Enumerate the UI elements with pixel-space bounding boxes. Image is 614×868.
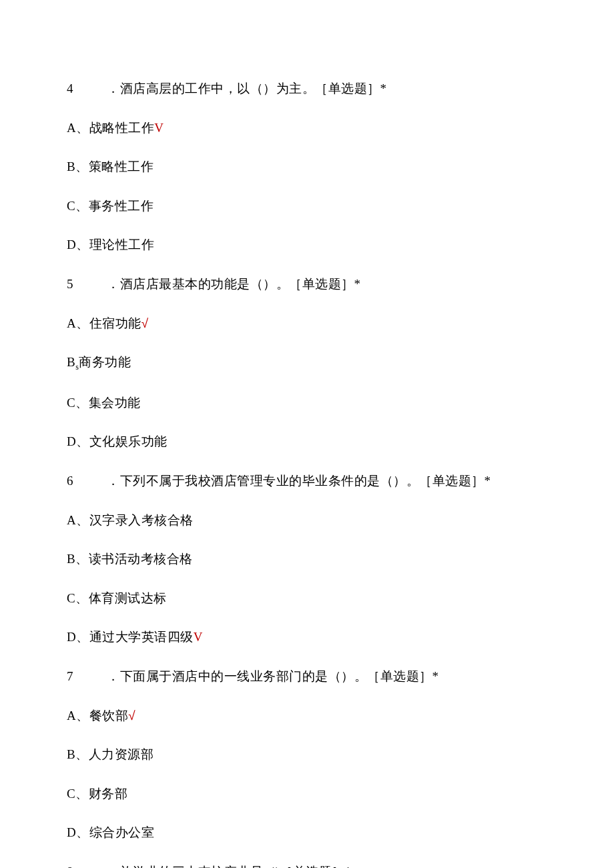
option-letter: B [67, 552, 75, 566]
option-line: B、策略性工作 [67, 158, 561, 176]
option-letter: B [67, 355, 75, 369]
option-line: B、读书活动考核合格 [67, 550, 561, 568]
option-line: B、人力资源部 [67, 746, 561, 764]
option-text: 综合办公室 [89, 825, 155, 839]
option-separator: 、 [75, 396, 89, 410]
option-line: C、财务部 [67, 785, 561, 803]
question-number: 5 [67, 276, 107, 294]
option-text: 餐饮部 [89, 709, 129, 723]
option-line: C、集会功能 [67, 394, 561, 412]
option-separator: 、 [75, 199, 89, 213]
correct-answer-mark: V [194, 630, 203, 644]
question-number: 6 [67, 472, 107, 490]
option-text: 体育测试达标 [89, 591, 167, 605]
option-separator: 、 [75, 552, 89, 566]
option-letter: B [67, 159, 75, 173]
option-text: 住宿功能 [89, 316, 141, 330]
question-line: 8．旅游业的三大支柱产业是（\［单选题］* [67, 863, 561, 868]
document-page: 4．酒店高层的工作中，以（）为主。［单选题］*A、战略性工作VB、策略性工作C、… [0, 0, 614, 868]
option-letter: D [67, 238, 76, 252]
option-text: 理论性工作 [89, 238, 155, 252]
question-line: 4．酒店高层的工作中，以（）为主。［单选题］* [67, 80, 561, 98]
option-line: C、体育测试达标 [67, 590, 561, 608]
option-separator: 、 [76, 316, 89, 330]
option-text: 文化娱乐功能 [89, 434, 168, 448]
question-line: 5．酒店店最基本的功能是（）。［单选题］* [67, 276, 561, 294]
option-letter: D [67, 825, 76, 839]
option-text: 通过大学英语四级 [89, 630, 194, 644]
option-text: 策略性工作 [89, 159, 154, 173]
option-letter: C [67, 396, 75, 410]
option-line: D、综合办公室 [67, 824, 561, 842]
option-letter: A [67, 121, 76, 135]
question-prefix: ． [107, 277, 120, 291]
question-line: 6．下列不属于我校酒店管理专业的毕业条件的是（）。［单选题］* [67, 472, 561, 490]
option-text: 战略性工作 [89, 121, 155, 135]
option-line: A、餐饮部√ [67, 707, 561, 725]
option-separator: 、 [76, 709, 89, 723]
option-letter: A [67, 709, 76, 723]
option-text: 汉字录入考核合格 [89, 513, 194, 527]
option-separator: 、 [76, 630, 89, 644]
question-text: 酒店店最基本的功能是（）。［单选题］* [120, 277, 361, 291]
option-separator: 、 [76, 121, 89, 135]
correct-answer-mark: √ [128, 709, 135, 723]
option-line: Bs商务功能 [67, 354, 561, 373]
option-separator: 、 [75, 159, 89, 173]
option-letter: C [67, 199, 75, 213]
option-line: A、住宿功能√ [67, 315, 561, 333]
option-letter: A [67, 316, 76, 330]
question-prefix: ． [107, 81, 120, 95]
correct-answer-mark: V [154, 121, 164, 135]
question-line: 7．下面属于酒店中的一线业务部门的是（）。［单选题］* [67, 668, 561, 686]
option-line: A、汉字录入考核合格 [67, 512, 561, 530]
question-text: 酒店高层的工作中，以（）为主。［单选题］* [120, 81, 387, 95]
option-text: 财务部 [89, 787, 128, 801]
option-line: C、事务性工作 [67, 197, 561, 215]
question-prefix: ． [107, 669, 120, 683]
option-line: D、文化娱乐功能 [67, 433, 561, 451]
correct-answer-mark: √ [141, 316, 149, 330]
option-separator: 、 [75, 787, 89, 801]
option-text: 集会功能 [89, 396, 141, 410]
question-text: 下面属于酒店中的一线业务部门的是（）。［单选题］* [120, 669, 439, 683]
option-separator: 、 [76, 513, 89, 527]
option-text: 事务性工作 [89, 199, 154, 213]
option-separator: 、 [76, 238, 89, 252]
option-line: D、通过大学英语四级V [67, 628, 561, 646]
option-letter: C [67, 591, 75, 605]
option-line: D、理论性工作 [67, 236, 561, 254]
option-letter: A [67, 513, 76, 527]
option-text: 商务功能 [79, 355, 131, 369]
question-text: 下列不属于我校酒店管理专业的毕业条件的是（）。［单选题］* [120, 474, 491, 488]
option-letter: D [67, 434, 76, 448]
question-number: 4 [67, 80, 107, 98]
question-number: 8 [67, 863, 107, 868]
question-number: 7 [67, 668, 107, 686]
question-text: 旅游业的三大支柱产业是（\［单选题］* [120, 865, 352, 868]
question-prefix: ． [107, 865, 120, 868]
option-separator: 、 [75, 747, 89, 761]
option-text: 人力资源部 [89, 747, 154, 761]
option-separator: 、 [75, 591, 89, 605]
option-line: A、战略性工作V [67, 119, 561, 137]
option-separator: 、 [76, 434, 89, 448]
option-letter: C [67, 787, 75, 801]
option-separator: 、 [76, 825, 89, 839]
option-letter: B [67, 747, 75, 761]
option-text: 读书活动考核合格 [89, 552, 193, 566]
option-letter: D [67, 630, 76, 644]
question-prefix: ． [107, 474, 120, 488]
